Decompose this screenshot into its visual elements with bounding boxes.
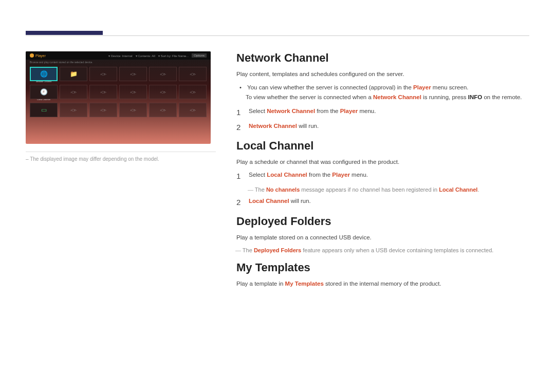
network-step-2: 2 Network Channel will run. [236, 122, 529, 134]
options-button: Options [192, 53, 207, 58]
step-body: Network Channel will run. [249, 122, 529, 130]
network-notes: You can view whether the server is conne… [246, 83, 529, 102]
templates-desc: Play a template in My Templates stored i… [236, 279, 529, 288]
right-column: Network Channel Play content, templates … [236, 51, 529, 292]
local-step-2: 2 Local Channel will run. [236, 197, 529, 209]
image-caption: The displayed image may differ depending… [26, 156, 216, 162]
thumb-content: ♪▢▷ [119, 67, 147, 81]
step-number: 1 [236, 107, 244, 119]
thumb-network-channel: 🌐 [30, 67, 58, 81]
heading-my-templates: My Templates [236, 261, 529, 274]
thumb-content: ♪▢▷ [179, 85, 207, 99]
thumb-content: ♪▢▷ [179, 67, 207, 81]
thumb-content: ♪▢▷ [60, 103, 87, 117]
network-step-1: 1 Select Network Channel from the Player… [236, 107, 529, 119]
thumb-content: ♪▢▷ [89, 67, 117, 81]
thumb-local-channel: 🕘 [30, 85, 58, 99]
media-icon: ♪▢▷ [160, 72, 166, 76]
device-dropdown: ▾ Device: Internal [108, 54, 132, 58]
media-icon: ♪▢▷ [100, 108, 106, 111]
header-accent [26, 31, 103, 35]
media-icon: ♪▢▷ [70, 108, 77, 111]
player-header: Player ▾ Device: Internal ▾ Contents: Al… [26, 51, 211, 60]
screen-icon: ▭ [41, 106, 47, 114]
media-icon: ♪▢▷ [160, 108, 166, 111]
thumb-content: ♪▢▷ [149, 103, 177, 117]
thumb-folder: 📁 [60, 67, 87, 81]
deployed-subnote: The Deployed Folders feature appears onl… [236, 246, 529, 255]
sort-dropdown: ▾ Sort by: File Name... [158, 54, 189, 58]
media-icon: ♪▢▷ [190, 108, 196, 111]
step-number: 2 [236, 197, 244, 209]
thumb-content: ♪▢▷ [60, 85, 87, 99]
media-icon: ♪▢▷ [130, 90, 136, 94]
clock-icon: 🕘 [40, 88, 48, 96]
step-number: 2 [236, 122, 244, 134]
step-body: Select Network Channel from the Player m… [249, 107, 529, 116]
thumb-content: ♪▢▷ [119, 103, 147, 117]
player-title: Player [30, 53, 46, 58]
network-desc: Play content, templates and schedules co… [236, 70, 529, 79]
heading-deployed-folders: Deployed Folders [236, 215, 529, 228]
deployed-desc: Play a template stored on a connected US… [236, 233, 529, 242]
thumb-green: ▭ [30, 103, 58, 117]
manual-page: Player ▾ Device: Internal ▾ Contents: Al… [0, 0, 555, 313]
thumb-content: ♪▢▷ [89, 103, 117, 117]
globe-icon: 🌐 [40, 70, 48, 78]
folder-icon: 📁 [70, 70, 78, 78]
media-icon: ♪▢▷ [100, 72, 106, 76]
contents-dropdown: ▾ Contents: All [136, 54, 155, 58]
media-icon: ♪▢▷ [70, 90, 77, 94]
heading-local-channel: Local Channel [236, 139, 529, 153]
media-icon: ♪▢▷ [160, 90, 166, 94]
local-step-1: 1 Select Local Channel from the Player m… [236, 171, 529, 182]
local-desc: Play a schedule or channel that was conf… [236, 158, 529, 166]
media-icon: ♪▢▷ [190, 90, 196, 94]
step-number: 1 [236, 171, 244, 182]
content-columns: Player ▾ Device: Internal ▾ Contents: Al… [26, 51, 529, 292]
thumb-content: ♪▢▷ [179, 103, 207, 117]
media-icon: ♪▢▷ [100, 90, 106, 94]
thumb-content: ♪▢▷ [89, 85, 117, 99]
step-body: Local Channel will run. [249, 197, 529, 206]
step-body: Select Local Channel from the Player men… [249, 171, 529, 179]
heading-network-channel: Network Channel [236, 51, 529, 65]
thumb-content: ♪▢▷ [119, 85, 147, 99]
player-icon [30, 53, 34, 58]
caption-divider [26, 152, 216, 152]
media-icon: ♪▢▷ [190, 72, 196, 76]
media-icon: ♪▢▷ [130, 108, 136, 111]
network-note-1: You can view whether the server is conne… [246, 83, 529, 102]
player-title-text: Player [35, 54, 46, 58]
thumbnail-grid: 🌐 Network Channel 📁 ♪▢▷ ♪▢▷ ♪▢▷ ♪▢▷ 🕘 Lo… [26, 65, 211, 119]
left-column: Player ▾ Device: Internal ▾ Contents: Al… [26, 51, 216, 292]
local-subnote: The No channels message appears if no ch… [249, 185, 529, 194]
thumb-content: ♪▢▷ [149, 85, 177, 99]
media-icon: ♪▢▷ [130, 72, 136, 76]
thumb-content: ♪▢▷ [149, 67, 177, 81]
player-screenshot: Player ▾ Device: Internal ▾ Contents: Al… [26, 51, 211, 144]
header-rule [26, 31, 529, 36]
player-subtitle: Browse and play content stored on the se… [26, 60, 211, 65]
